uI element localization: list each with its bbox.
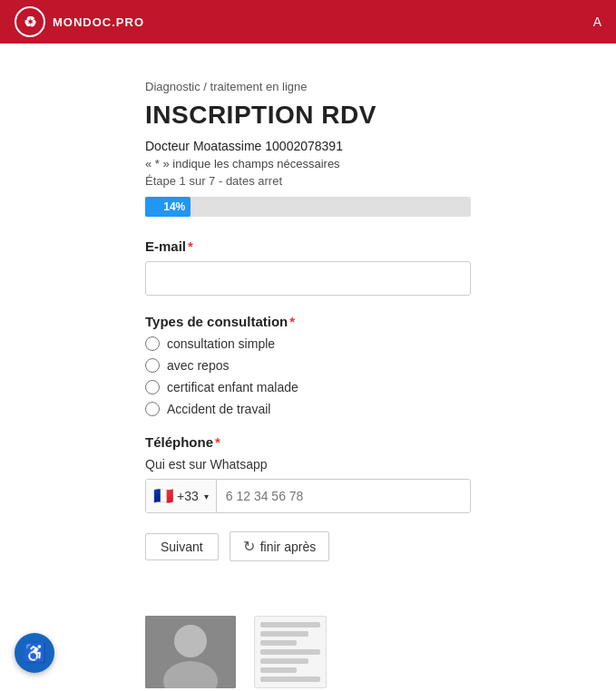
radio-consultation-simple[interactable]: [145, 336, 160, 351]
logo-text: MONDOC.PRO: [53, 15, 144, 29]
doc-line-7: [260, 676, 320, 682]
bottom-area: [0, 616, 616, 688]
radio-item-consultation-simple[interactable]: consultation simple: [145, 336, 471, 351]
flag-france: 🇫🇷: [153, 486, 173, 506]
doc-line-6: [260, 667, 297, 673]
refresh-icon: ↻: [243, 538, 255, 555]
radio-accident-travail[interactable]: [145, 402, 160, 416]
telephone-label: Téléphone*: [145, 434, 471, 450]
required-note: « * » indique les champs nécessaires: [145, 157, 471, 170]
email-label: E-mail*: [145, 238, 471, 254]
document-preview: [254, 616, 327, 688]
progress-bar-container: 14%: [145, 197, 471, 217]
consultation-type-group: Types de consultation* consultation simp…: [145, 314, 471, 416]
email-field-group: E-mail*: [145, 238, 471, 296]
phone-input-wrapper: 🇫🇷 +33 ▾: [145, 479, 471, 513]
logo-icon: ♻: [15, 6, 45, 37]
progress-bar: 14%: [145, 197, 191, 217]
header: ♻ MONDOC.PRO A: [0, 0, 616, 44]
doc-line-3: [260, 640, 297, 646]
consultation-required-star: *: [289, 314, 295, 329]
phone-number-input[interactable]: [217, 489, 470, 503]
finir-apres-button[interactable]: ↻ finir après: [230, 531, 329, 561]
doc-line-4: [260, 649, 320, 655]
doctor-photo: [145, 616, 236, 688]
radio-item-accident[interactable]: Accident de travail: [145, 402, 471, 416]
header-right: A: [593, 15, 601, 29]
page-title: INSCRIPTION RDV: [145, 101, 471, 130]
consultation-radio-group: consultation simple avec repos certifica…: [145, 336, 471, 416]
radio-avec-repos[interactable]: [145, 358, 160, 373]
phone-dropdown-arrow: ▾: [204, 491, 209, 501]
accessibility-button[interactable]: ♿: [15, 633, 54, 673]
phone-prefix: +33: [177, 489, 199, 503]
breadcrumb: Diagnostic / traitement en ligne: [145, 80, 471, 93]
doc-line-2: [260, 631, 308, 637]
suivant-button[interactable]: Suivant: [145, 533, 219, 560]
progress-label: 14%: [163, 200, 185, 213]
consultation-label: Types de consultation*: [145, 314, 471, 329]
telephone-required-star: *: [215, 434, 220, 450]
doc-line-1: [260, 622, 320, 628]
doctor-name: Docteur Moatassime 10002078391: [145, 139, 471, 153]
accessibility-icon: ♿: [24, 642, 46, 664]
radio-item-avec-repos[interactable]: avec repos: [145, 358, 471, 373]
phone-flag-prefix[interactable]: 🇫🇷 +33 ▾: [146, 480, 217, 512]
email-input[interactable]: [145, 261, 471, 296]
svg-point-1: [174, 625, 207, 657]
step-info: Étape 1 sur 7 - dates arret: [145, 174, 471, 188]
telephone-field-group: Téléphone* Qui est sur Whatsapp 🇫🇷 +33 ▾: [145, 434, 471, 513]
doc-line-5: [260, 658, 308, 664]
radio-item-certificat[interactable]: certificat enfant malade: [145, 380, 471, 394]
radio-certificat-enfant-malade[interactable]: [145, 380, 160, 394]
whatsapp-note: Qui est sur Whatsapp: [145, 457, 471, 472]
logo-container: ♻ MONDOC.PRO: [15, 6, 144, 37]
main-content: Diagnostic / traitement en ligne INSCRIP…: [0, 44, 616, 598]
buttons-row: Suivant ↻ finir après: [145, 531, 471, 561]
email-required-star: *: [188, 238, 193, 254]
